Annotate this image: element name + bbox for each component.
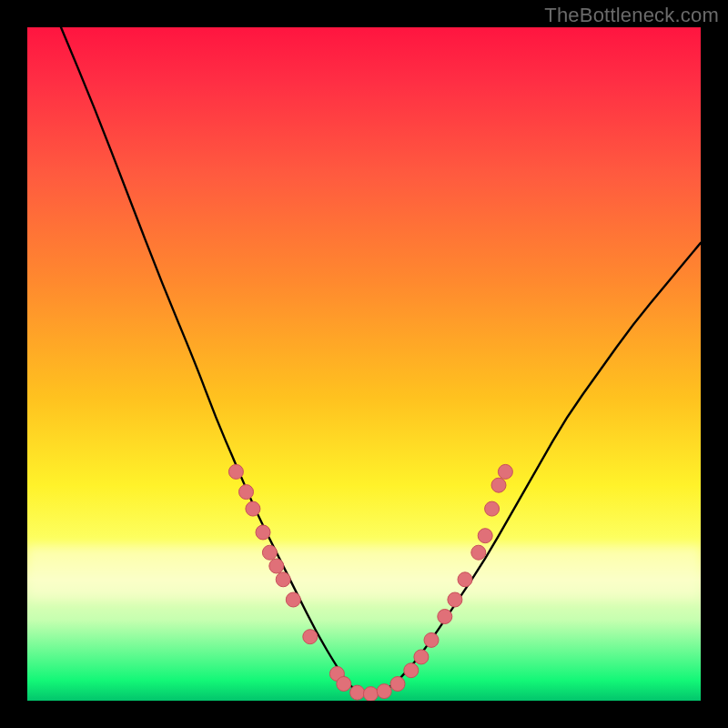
scatter-dot: [239, 485, 254, 500]
scatter-dot: [262, 545, 277, 560]
scatter-dot: [491, 478, 506, 492]
scatter-dot: [498, 464, 512, 479]
scatter-dot: [276, 572, 290, 587]
scatter-dot: [256, 525, 270, 540]
scatter-dot: [337, 677, 351, 692]
scatter-dot: [377, 684, 391, 699]
scatter-dot: [414, 650, 429, 664]
scatter-dot: [438, 610, 452, 624]
chart-svg: [27, 27, 701, 701]
scatter-dot: [269, 559, 284, 573]
outer-black-frame: TheBottleneck.com: [0, 0, 728, 728]
scatter-dot: [363, 687, 378, 701]
scatter-dot: [303, 630, 318, 644]
scatter-dot: [458, 572, 472, 587]
scatter-dot: [448, 592, 462, 607]
scatter-dot: [246, 501, 260, 516]
watermark-text: TheBottleneck.com: [544, 4, 719, 27]
bottleneck-curve: [61, 27, 701, 694]
scatter-dot: [485, 501, 500, 516]
scatter-dot: [228, 464, 243, 479]
scatter-dot: [286, 592, 300, 607]
scatter-dot: [350, 685, 365, 700]
scatter-dots-group: [228, 464, 512, 701]
scatter-dot: [390, 677, 405, 692]
scatter-dot: [424, 632, 439, 647]
scatter-dot: [471, 545, 486, 560]
scatter-dot: [478, 529, 492, 543]
scatter-dot: [404, 663, 419, 678]
plot-area: [27, 27, 701, 701]
